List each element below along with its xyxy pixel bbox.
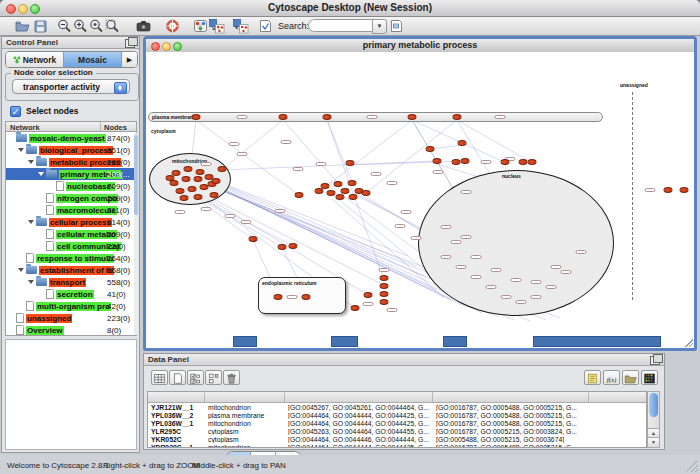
new-attribute-icon[interactable] <box>169 370 186 385</box>
zoom-selected-icon[interactable] <box>104 18 121 34</box>
table-row[interactable]: YKR052C cytoplasm [GO:0044464, GO:004444… <box>148 435 646 443</box>
table-scrollbar[interactable]: ▲ ▼ <box>647 391 660 448</box>
tree-row[interactable]: secretion 41(0) <box>6 288 136 300</box>
tree-row[interactable]: macromolecule 311(0) <box>6 204 136 216</box>
network-node[interactable] <box>194 194 203 200</box>
column-header[interactable] <box>433 392 589 402</box>
network-node[interactable] <box>351 305 360 311</box>
formula-builder-icon[interactable]: f(x) <box>603 370 620 385</box>
tree-row[interactable]: biological_process 651(0) <box>6 144 136 156</box>
table-row[interactable]: YLR295C cytoplasm [GO:0045263, GO:004446… <box>148 427 646 435</box>
network-node[interactable] <box>218 166 227 172</box>
network-node[interactable] <box>501 159 510 165</box>
more-tabs-button[interactable]: ▶ <box>122 52 137 67</box>
tree-scrollbar[interactable] <box>134 133 138 335</box>
tree-row[interactable]: nitrogen compo 209(0) <box>6 192 136 204</box>
column-header[interactable] <box>148 392 205 402</box>
network-node[interactable] <box>349 194 358 200</box>
network-node[interactable] <box>176 188 185 194</box>
network-node[interactable] <box>180 195 189 201</box>
table-row[interactable]: YPL036W__1 mitochondrion [GO:0044464, GO… <box>148 419 646 427</box>
network-node[interactable] <box>408 114 417 120</box>
network-node[interactable] <box>433 158 442 164</box>
annotation-icon[interactable] <box>257 18 274 34</box>
unselect-attributes-icon[interactable] <box>205 370 222 385</box>
zoom-in-icon[interactable] <box>72 18 89 34</box>
network-node[interactable] <box>458 140 467 146</box>
network-node[interactable] <box>327 190 336 196</box>
network-window-titlebar[interactable]: primary metabolic process <box>146 39 694 53</box>
network-node[interactable] <box>289 243 298 249</box>
network-node[interactable] <box>346 160 355 166</box>
network-node[interactable] <box>426 146 435 152</box>
view-resize-grip[interactable] <box>684 338 693 347</box>
network-node[interactable] <box>210 192 219 198</box>
search-input[interactable] <box>308 19 376 32</box>
attribute-notes-icon[interactable] <box>584 370 601 385</box>
tree-row[interactable]: cell communicat 22(0) <box>6 240 136 252</box>
window-resize-grip[interactable] <box>687 461 698 472</box>
network-node[interactable] <box>302 294 311 300</box>
network-canvas[interactable]: plasma membrane cytoplasm mitochondrion … <box>146 52 694 348</box>
network-node[interactable] <box>196 169 205 175</box>
zoom-fit-icon[interactable] <box>88 18 105 34</box>
tree-row[interactable]: establishment of lo 558(0) <box>6 264 136 276</box>
scrollbar-thumb[interactable] <box>649 393 658 417</box>
network-node[interactable] <box>519 159 528 165</box>
network-node[interactable] <box>166 175 175 181</box>
tab-network[interactable]: Network <box>6 52 64 67</box>
network-node[interactable] <box>279 114 288 120</box>
float-data-panel-icon[interactable] <box>650 356 660 365</box>
network-node[interactable] <box>528 159 537 165</box>
tree-row[interactable]: Overview 8(0) <box>6 324 136 336</box>
zoom-out-icon[interactable] <box>56 18 73 34</box>
search-dropdown-button[interactable]: ▼ <box>372 19 387 34</box>
expand-triangle-icon[interactable] <box>18 148 24 152</box>
network-node[interactable] <box>334 181 343 187</box>
vizmapper-icon[interactable] <box>192 18 209 34</box>
table-row[interactable]: YPL036W__2 plasma membrane [GO:0044464, … <box>148 411 646 419</box>
network-node[interactable] <box>380 291 389 297</box>
help-lifering-icon[interactable] <box>164 18 181 34</box>
table-row[interactable]: YDR039C__1 mitochondrion [GO:0044464, GO… <box>148 443 646 448</box>
save-session-icon[interactable] <box>32 18 49 34</box>
network-node[interactable] <box>212 178 221 184</box>
tab-mosaic[interactable]: Mosaic <box>64 52 122 67</box>
tree-row[interactable]: nucleobase- 209(0) <box>6 180 136 192</box>
network-node[interactable] <box>188 186 197 192</box>
open-session-icon[interactable] <box>14 18 31 34</box>
expand-triangle-icon[interactable] <box>28 280 34 284</box>
node-color-dropdown[interactable]: transporter activity <box>12 79 130 94</box>
tree-row[interactable]: cellular metabo 209(0) <box>6 228 136 240</box>
tree-row[interactable]: unassigned 223(0) <box>6 312 136 324</box>
search-config-icon[interactable] <box>388 18 405 34</box>
network-node[interactable] <box>336 194 345 200</box>
network-node[interactable] <box>278 244 287 250</box>
tree-row[interactable]: cellular process 614(0) <box>6 216 136 228</box>
network-node[interactable] <box>461 158 470 164</box>
scroll-down-button[interactable]: ▼ <box>648 437 659 447</box>
network-node[interactable] <box>182 176 191 182</box>
heatmap-icon[interactable] <box>641 370 658 385</box>
network-node[interactable] <box>380 299 389 305</box>
column-header[interactable] <box>205 392 285 402</box>
import-attributes-icon[interactable] <box>622 370 639 385</box>
select-nodes-checkbox[interactable]: ✓ <box>10 106 21 117</box>
network-node[interactable] <box>249 236 258 242</box>
select-attributes-icon[interactable] <box>187 370 204 385</box>
network-node[interactable] <box>323 114 332 120</box>
attribute-table-icon[interactable] <box>151 370 168 385</box>
network-node[interactable] <box>380 283 389 289</box>
network-node[interactable] <box>194 176 203 182</box>
network-node[interactable] <box>315 188 324 194</box>
network-node[interactable] <box>680 187 689 193</box>
network-node[interactable] <box>453 114 462 120</box>
tree-row[interactable]: mosaic-demo-yeast 874(0) <box>6 132 136 144</box>
column-header[interactable] <box>285 392 433 402</box>
tree-row[interactable]: multi-organism pro 42(0) <box>6 300 136 312</box>
table-row[interactable]: YJR121W__1 mitochondrion [GO:0045267, GO… <box>148 403 646 411</box>
network-node[interactable] <box>362 190 371 196</box>
tree-row[interactable]: metabolic process 280(0) <box>6 156 136 168</box>
network-node[interactable] <box>452 159 461 165</box>
network-node[interactable] <box>192 114 201 120</box>
